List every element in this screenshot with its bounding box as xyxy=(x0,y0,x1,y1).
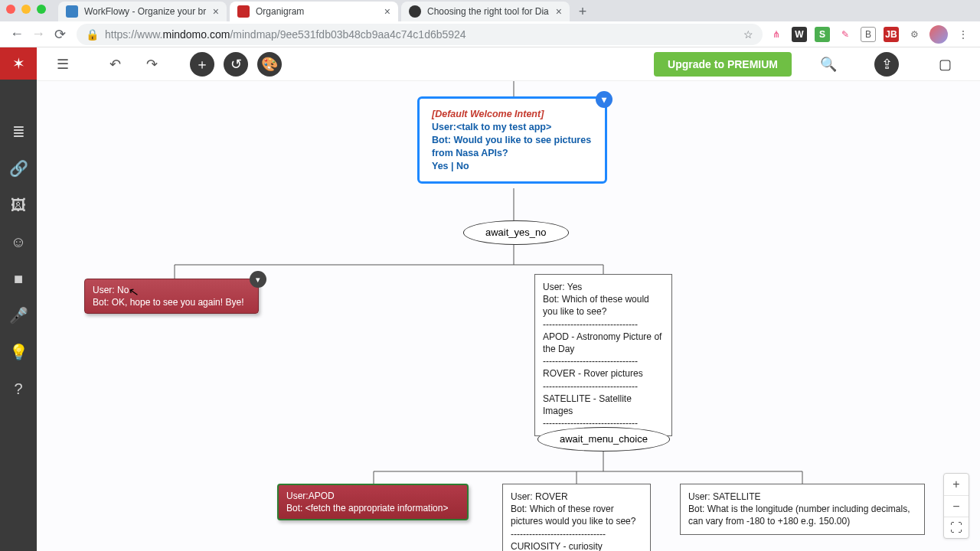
browser-tabstrip: WorkFlowy - Organize your br × Organigra… xyxy=(0,0,980,21)
maximize-window-icon[interactable] xyxy=(37,5,46,14)
rover-user-line: User: ROVER xyxy=(511,491,642,503)
url-text: https://www.mindomo.com/mindmap/9ee531fd… xyxy=(105,28,466,41)
audio-mic-icon[interactable]: 🎤 xyxy=(0,297,37,334)
present-icon[interactable]: ▢ xyxy=(931,51,959,78)
yes-user-line: User: Yes xyxy=(543,281,664,293)
theme-palette-button[interactable]: 🎨 xyxy=(257,52,282,77)
search-icon[interactable]: 🔍 xyxy=(815,51,842,78)
divider: ------------------------------- xyxy=(543,355,664,367)
extension-icon[interactable]: ⋔ xyxy=(769,27,784,42)
favicon-icon xyxy=(66,5,78,18)
extension-icon[interactable]: ✎ xyxy=(838,27,853,42)
notes-icon[interactable]: ≣ xyxy=(0,113,37,150)
new-tab-button[interactable]: + xyxy=(573,2,593,21)
window-controls xyxy=(6,5,46,14)
minimize-window-icon[interactable] xyxy=(21,5,31,14)
menu-item-satellite: SATELLITE - Satellite Images xyxy=(543,393,664,417)
forward-button[interactable]: → xyxy=(28,24,49,45)
extension-icon[interactable]: S xyxy=(815,27,830,42)
divider: ------------------------------- xyxy=(511,528,642,540)
left-sidebar: ✶ ≣ 🔗 🖼 ☺ ■ 🎤 💡 ? xyxy=(0,47,37,551)
satellite-node[interactable]: User: SATELLITE Bot: What is the longitu… xyxy=(680,484,925,535)
tab-organigram[interactable]: Organigram × xyxy=(230,2,398,21)
no-branch-node[interactable]: ▾ User: No Bot: OK, hope to see you agai… xyxy=(84,279,259,314)
apod-bot-line: Bot: <fetch the appropriate information> xyxy=(286,502,459,514)
hamburger-menu-icon[interactable]: ☰ xyxy=(49,51,77,78)
apod-user-line: User:APOD xyxy=(286,490,459,502)
collapse-toggle-icon[interactable]: ▾ xyxy=(596,91,612,108)
tab-title: Organigram xyxy=(256,6,378,17)
browser-toolbar: ← → ⟳ 🔒 https://www.mindomo.com/mindmap/… xyxy=(0,21,980,47)
await-yes-no-node[interactable]: await_yes_no xyxy=(463,220,569,245)
sat-bot-line: Bot: What is the longitude (number inclu… xyxy=(688,503,916,527)
extension-icon[interactable]: JB xyxy=(884,27,899,42)
root-intent: [Default Welcome Intent] xyxy=(432,108,593,121)
await-label: await_menu_choice xyxy=(560,433,648,445)
zoom-in-button[interactable]: + xyxy=(944,474,969,495)
undo-button[interactable]: ↶ xyxy=(101,51,129,78)
star-icon[interactable]: ☆ xyxy=(743,28,753,41)
root-node[interactable]: ▾ [Default Welcome Intent] User:<talk to… xyxy=(417,96,607,184)
mindmap-canvas[interactable]: ▾ [Default Welcome Intent] User:<talk to… xyxy=(37,81,980,551)
link-icon[interactable]: 🔗 xyxy=(0,150,37,187)
rover-bot-line: Bot: Which of these rover pictures would… xyxy=(511,503,642,527)
rover-item-curiosity: CURIOSITY - curiosity xyxy=(511,540,642,551)
await-menu-choice-node[interactable]: await_menu_choice xyxy=(537,427,670,452)
idea-bulb-icon[interactable]: 💡 xyxy=(0,334,37,370)
root-bot-line: Bot: Would you like to see pictures from… xyxy=(432,134,593,160)
yes-bot-line: Bot: Which of these would you like to se… xyxy=(543,293,664,318)
upgrade-premium-button[interactable]: Upgrade to PREMIUM xyxy=(654,52,792,77)
relationship-button[interactable]: ↺ xyxy=(224,52,248,77)
zoom-fit-button[interactable]: ⛶ xyxy=(944,517,969,538)
favicon-icon xyxy=(237,5,250,18)
app-toolbar: ☰ ↶ ↷ ＋ ↺ 🎨 Upgrade to PREMIUM 🔍 ⇪ ▢ xyxy=(37,47,980,81)
zoom-control: + − ⛶ xyxy=(943,473,969,539)
menu-item-apod: APOD - Astronomy Picture of the Day xyxy=(543,331,664,355)
root-user-line: User:<talk to my test app> xyxy=(432,121,593,134)
emoji-icon[interactable]: ☺ xyxy=(0,223,37,260)
menu-item-rover: ROVER - Rover pictures xyxy=(543,367,664,380)
close-window-icon[interactable] xyxy=(6,5,15,14)
tab-title: Choosing the right tool for Dia xyxy=(427,6,550,17)
divider: ------------------------------- xyxy=(543,318,664,331)
yes-branch-node[interactable]: User: Yes Bot: Which of these would you … xyxy=(534,274,672,436)
address-bar[interactable]: 🔒 https://www.mindomo.com/mindmap/9ee531… xyxy=(77,24,763,45)
no-bot-line: Bot: OK, hope to see you again! Bye! xyxy=(93,296,250,308)
kebab-menu-icon[interactable]: ⋮ xyxy=(956,27,971,42)
tab-title: WorkFlowy - Organize your br xyxy=(84,6,207,17)
video-icon[interactable]: ■ xyxy=(0,260,37,297)
collapse-toggle-icon[interactable]: ▾ xyxy=(250,271,266,288)
help-icon[interactable]: ? xyxy=(0,370,37,407)
settings-gear-icon[interactable]: ⚙ xyxy=(906,27,922,42)
add-node-button[interactable]: ＋ xyxy=(190,52,214,77)
rover-node[interactable]: User: ROVER Bot: Which of these rover pi… xyxy=(502,484,651,551)
close-tab-icon[interactable]: × xyxy=(556,5,562,18)
extension-icon[interactable]: W xyxy=(792,27,807,42)
root-options: Yes | No xyxy=(432,160,593,173)
sat-user-line: User: SATELLITE xyxy=(688,491,916,503)
close-tab-icon[interactable]: × xyxy=(384,5,390,18)
extension-icon[interactable]: B xyxy=(861,27,876,42)
tab-workflowy[interactable]: WorkFlowy - Organize your br × xyxy=(58,2,227,21)
await-label: await_yes_no xyxy=(485,227,547,238)
zoom-out-button[interactable]: − xyxy=(944,495,969,517)
reload-button[interactable]: ⟳ xyxy=(49,24,70,45)
share-button[interactable]: ⇪ xyxy=(874,52,899,77)
tab-choosing-tool[interactable]: Choosing the right tool for Dia × xyxy=(401,2,570,21)
close-tab-icon[interactable]: × xyxy=(213,5,219,18)
lock-icon: 🔒 xyxy=(86,28,99,41)
profile-avatar[interactable] xyxy=(929,25,948,44)
app-logo-icon[interactable]: ✶ xyxy=(0,47,37,80)
divider: ------------------------------- xyxy=(543,380,664,393)
favicon-icon xyxy=(409,5,421,18)
extension-area: ⋔ W S ✎ B JB ⚙ ⋮ xyxy=(769,25,974,44)
back-button[interactable]: ← xyxy=(6,24,28,45)
no-user-line: User: No xyxy=(93,284,250,296)
apod-node[interactable]: User:APOD Bot: <fetch the appropriate in… xyxy=(277,484,469,520)
image-icon[interactable]: 🖼 xyxy=(0,187,37,223)
redo-button[interactable]: ↷ xyxy=(138,51,165,78)
